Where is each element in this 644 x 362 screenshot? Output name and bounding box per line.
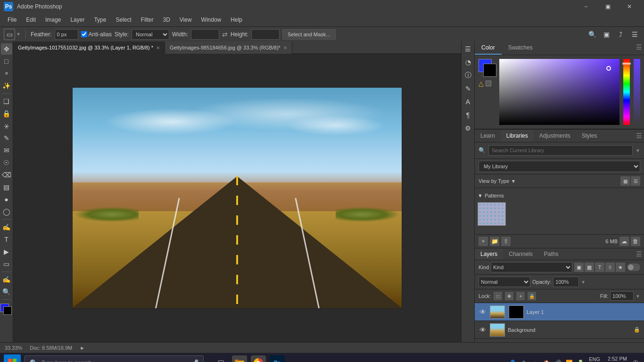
height-input[interactable] (251, 29, 280, 40)
lock-artboard-icon[interactable]: + (516, 292, 525, 300)
path-select-tool[interactable]: ▶ (1, 246, 12, 257)
bg-visibility[interactable]: 👁 (479, 326, 487, 334)
swap-icon[interactable]: ⇄ (222, 31, 228, 38)
grid-view-icon[interactable]: ▦ (620, 176, 630, 186)
tab1-close[interactable]: ✕ (156, 45, 160, 50)
tray-hide-icon[interactable]: ▲ (530, 358, 540, 362)
restore-button[interactable]: ▣ (597, 0, 619, 13)
swatches-tab[interactable]: Swatches (502, 41, 539, 55)
taskbar-search-box[interactable]: 🔍 Type here to search 🎤 (25, 355, 204, 362)
lock-position-icon[interactable]: ✥ (505, 292, 513, 300)
zoom-tool[interactable]: 🔍 (1, 286, 12, 297)
lock-pixels-icon[interactable]: □ (494, 292, 502, 300)
tray-battery-icon[interactable]: 🔋 (576, 358, 585, 362)
layers-menu[interactable]: ☰ (634, 248, 644, 260)
spot-heal-tool[interactable]: ⚹ (1, 120, 12, 132)
pixel-filter-icon[interactable]: ▣ (574, 263, 584, 272)
gradient-tool[interactable]: ▤ (1, 181, 12, 193)
eyedropper-tool[interactable]: 🔒 (1, 108, 12, 119)
tray-speaker-icon[interactable]: 🔊 (553, 358, 562, 362)
shape-filter-icon[interactable]: ◊ (605, 263, 615, 272)
language-indicator[interactable]: ENGUS (589, 356, 600, 362)
chrome-icon[interactable] (251, 355, 266, 362)
photoshop-icon[interactable]: Ps (270, 355, 285, 362)
folder-icon[interactable]: 📁 (490, 237, 499, 246)
clock[interactable]: 2:52 PM 9/10/2019 (604, 355, 627, 362)
brush-settings-icon[interactable]: ✎ (462, 83, 474, 94)
library-search-input[interactable] (488, 145, 633, 156)
tray-network-icon[interactable]: ⇧ (519, 358, 528, 362)
menu-window[interactable]: Window (198, 16, 225, 24)
view-by-arrow[interactable]: ▼ (511, 179, 516, 184)
opacity-dropdown[interactable]: ▼ (581, 280, 586, 285)
layer-row-1[interactable]: 👁 Layer 1 (475, 303, 644, 321)
move-tool[interactable]: ✥ (1, 43, 12, 55)
list-view-icon[interactable]: ☰ (631, 176, 640, 186)
task-view-icon[interactable]: ▢ (213, 355, 228, 362)
share-icon[interactable]: ⤴ (615, 29, 626, 40)
search-dropdown-icon[interactable]: ▼ (636, 148, 640, 153)
smart-filter-icon[interactable]: ★ (616, 263, 625, 272)
learn-tab[interactable]: Learn (475, 130, 501, 142)
color-tab[interactable]: Color (475, 41, 502, 55)
alpha-slider[interactable] (634, 59, 640, 125)
close-button[interactable]: ✕ (619, 0, 640, 13)
crop-tool[interactable]: ❑ (1, 96, 12, 107)
hue-slider[interactable] (623, 59, 630, 125)
filter-toggle[interactable] (627, 263, 640, 271)
menu-image[interactable]: Image (41, 16, 65, 24)
action-center-icon[interactable]: 🛈 (631, 358, 640, 362)
menu-file[interactable]: File (4, 16, 20, 24)
lock-all-icon[interactable]: 🔒 (528, 292, 536, 300)
background-color-swatch[interactable] (483, 64, 496, 77)
microphone-icon[interactable]: 🎤 (190, 359, 198, 362)
paragraph-icon[interactable]: ¶ (462, 109, 474, 121)
pen-tool[interactable]: ✍ (1, 222, 12, 233)
background-color[interactable] (3, 306, 12, 315)
feather-input[interactable] (55, 29, 78, 40)
style-select[interactable]: Normal Fixed Ratio Fixed Size (132, 29, 169, 40)
clone-tool[interactable]: ✉ (1, 145, 12, 156)
file-explorer-icon[interactable] (232, 355, 247, 362)
history-brush[interactable]: ☉ (1, 157, 12, 168)
properties-icon[interactable]: ☰ (462, 43, 474, 55)
kind-select[interactable]: Kind (491, 262, 572, 272)
layer-row-bg[interactable]: 👁 Background 🔒 (475, 321, 644, 339)
tray-shell-icon[interactable]: 🏠 (542, 358, 551, 362)
paths-tab[interactable]: Paths (538, 248, 564, 260)
layer1-visibility[interactable]: 👁 (479, 308, 487, 316)
patterns-section-header[interactable]: ▼ Patterns (478, 191, 641, 200)
delete-icon[interactable]: 🗑 (631, 237, 640, 246)
color-swatches[interactable] (0, 304, 13, 316)
menu-filter[interactable]: Filter (137, 16, 157, 24)
menu-3d[interactable]: 3D (159, 16, 173, 24)
select-mask-button[interactable]: Select and Mask... (282, 29, 336, 40)
color-panel-menu[interactable]: ☰ (634, 41, 644, 55)
pattern-item-1[interactable] (478, 202, 506, 226)
options-icon[interactable]: ⚙ (462, 123, 474, 134)
brush-tool[interactable]: ✎ (1, 132, 12, 144)
cloud-icon[interactable]: ☁ (619, 237, 629, 246)
menu-layer[interactable]: Layer (66, 16, 88, 24)
blur-tool[interactable]: ● (1, 194, 12, 205)
adjustments-tab[interactable]: Adjustments (534, 130, 576, 142)
channels-tab[interactable]: Channels (503, 248, 538, 260)
adjustment-filter-icon[interactable]: ▩ (585, 263, 594, 272)
workspace-icon[interactable]: ▣ (601, 29, 612, 40)
menu-type[interactable]: Type (90, 16, 110, 24)
marquee-tool[interactable]: □ (1, 56, 12, 67)
color-mode-icon[interactable] (486, 81, 491, 86)
marquee-tool-btn[interactable]: ▭ (4, 29, 15, 40)
shape-tool[interactable]: ▭ (1, 258, 12, 270)
info-icon[interactable]: ⓘ (462, 70, 474, 81)
lasso-tool[interactable]: ⚬ (1, 68, 12, 79)
library-select[interactable]: My Library (479, 161, 640, 172)
tray-user-icon[interactable]: 👤 (508, 358, 517, 362)
search-icon-toolbar[interactable]: 🔍 (586, 29, 598, 40)
blend-mode-select[interactable]: Normal Multiply Screen (479, 277, 530, 287)
eraser-tool[interactable]: ⌫ (1, 169, 12, 181)
add-item-button[interactable]: + (479, 237, 488, 246)
start-button[interactable] (4, 354, 21, 362)
dodge-tool[interactable]: ◯ (1, 206, 12, 217)
tab2-close[interactable]: ✕ (283, 45, 287, 50)
